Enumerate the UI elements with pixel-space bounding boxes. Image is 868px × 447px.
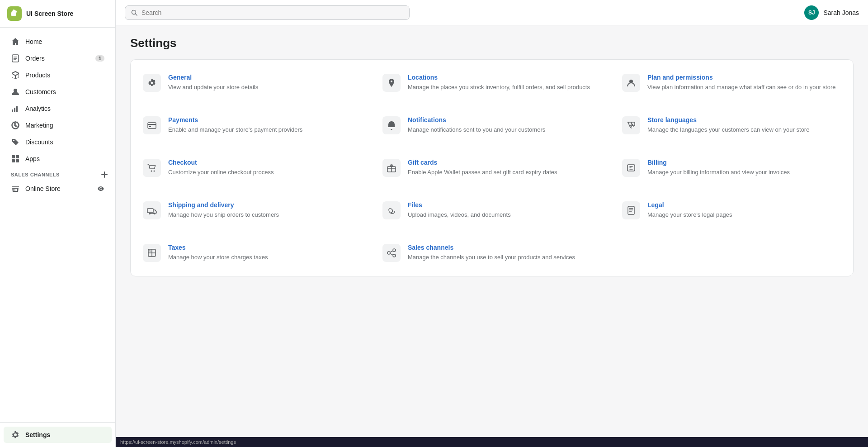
setting-card-legal[interactable]: Legal Manage your store's legal pages	[613, 190, 850, 231]
locations-icon	[382, 74, 401, 92]
setting-card-general[interactable]: General View and update your store detai…	[133, 62, 371, 103]
svg-point-37	[387, 252, 390, 254]
sidebar-item-orders-label: Orders	[25, 55, 45, 62]
setting-card-files[interactable]: Files Upload images, videos, and documen…	[373, 190, 611, 231]
svg-point-38	[393, 249, 396, 252]
analytics-icon	[11, 104, 20, 113]
taxes-icon: %	[143, 244, 161, 262]
sidebar-header: UI Screen Store	[0, 0, 115, 28]
add-sales-channel-icon[interactable]	[101, 171, 108, 178]
sidebar-item-apps[interactable]: Apps	[4, 151, 112, 167]
svg-rect-7	[16, 106, 18, 112]
files-icon	[382, 201, 401, 219]
sidebar-item-analytics-label: Analytics	[25, 105, 51, 112]
plan-permissions-title: Plan and permissions	[647, 74, 836, 81]
sidebar-item-settings-label: Settings	[25, 431, 50, 438]
search-icon	[131, 9, 138, 16]
svg-text:%: %	[149, 250, 151, 252]
sales-channels-icon	[382, 244, 401, 262]
setting-card-shipping[interactable]: Shipping and delivery Manage how you shi…	[133, 190, 371, 231]
online-store-icon	[11, 184, 20, 193]
svg-point-27	[154, 213, 156, 214]
discounts-icon	[11, 138, 20, 147]
search-input[interactable]	[142, 9, 404, 16]
legal-desc: Manage your store's legal pages	[647, 210, 732, 219]
sidebar-item-home-label: Home	[25, 38, 42, 45]
sidebar-item-discounts[interactable]: Discounts	[4, 134, 112, 150]
taxes-title: Taxes	[168, 244, 268, 251]
sidebar-item-online-store[interactable]: Online Store	[4, 181, 112, 197]
svg-point-19	[151, 171, 152, 172]
sales-channels-title: Sales channels	[408, 244, 575, 251]
legal-icon	[622, 201, 640, 219]
payments-title: Payments	[168, 116, 302, 124]
sidebar-item-orders[interactable]: Orders 1	[4, 50, 112, 67]
setting-card-payments[interactable]: Payments Enable and manage your store's …	[133, 105, 371, 146]
sales-channels-desc: Manage the channels you use to sell your…	[408, 253, 575, 262]
setting-card-taxes[interactable]: % Taxes Manage how your store charges ta…	[133, 233, 371, 273]
sidebar-item-home[interactable]: Home	[4, 33, 112, 50]
svg-line-41	[390, 254, 393, 255]
shopify-logo	[7, 6, 22, 21]
sidebar: UI Screen Store Home Orders 1 Products	[0, 0, 116, 447]
setting-card-billing[interactable]: Billing Manage your billing information …	[613, 147, 850, 188]
sidebar-item-discounts-label: Discounts	[25, 138, 53, 146]
marketing-icon	[11, 121, 20, 130]
sidebar-item-online-store-label: Online Store	[25, 185, 61, 192]
page-title: Settings	[130, 36, 854, 50]
svg-point-20	[154, 171, 155, 172]
payments-icon	[143, 116, 161, 134]
notifications-title: Notifications	[408, 116, 545, 124]
status-url: https://ui-screen-store.myshopify.com/ad…	[120, 439, 236, 445]
svg-rect-12	[12, 159, 15, 162]
sidebar-nav: Home Orders 1 Products Customers	[0, 28, 115, 422]
general-desc: View and update your store details	[168, 83, 258, 92]
svg-rect-17	[148, 123, 156, 128]
orders-badge: 1	[95, 55, 104, 62]
sidebar-item-products[interactable]: Products	[4, 67, 112, 83]
gift-cards-icon	[382, 159, 401, 177]
sidebar-item-settings[interactable]: Settings	[4, 427, 112, 443]
svg-rect-13	[16, 159, 19, 162]
checkout-icon	[143, 159, 161, 177]
checkout-title: Checkout	[168, 159, 274, 166]
online-store-eye-icon[interactable]	[97, 185, 104, 192]
apps-icon	[11, 154, 20, 163]
setting-card-store-languages[interactable]: Store languages Manage the languages you…	[613, 105, 850, 146]
files-desc: Upload images, videos, and documents	[408, 210, 511, 219]
settings-grid: General View and update your store detai…	[130, 59, 854, 276]
billing-desc: Manage your billing information and view…	[647, 168, 790, 177]
svg-rect-18	[149, 126, 151, 127]
gift-cards-desc: Enable Apple Wallet passes and set gift …	[408, 168, 557, 177]
store-languages-icon	[622, 116, 640, 134]
svg-rect-10	[12, 155, 15, 158]
setting-card-sales-channels[interactable]: Sales channels Manage the channels you u…	[373, 233, 611, 273]
general-icon	[143, 74, 161, 92]
notifications-icon	[382, 116, 401, 134]
shipping-icon	[143, 201, 161, 219]
settings-icon	[11, 430, 20, 439]
topbar: SJ Sarah Jonas	[116, 0, 868, 25]
shipping-desc: Manage how you ship orders to customers	[168, 210, 279, 219]
store-name-label: UI Screen Store	[26, 10, 73, 17]
setting-card-plan-permissions[interactable]: Plan and permissions View plan informati…	[613, 62, 850, 103]
products-icon	[11, 71, 20, 80]
sidebar-item-analytics[interactable]: Analytics	[4, 100, 112, 117]
sidebar-item-marketing[interactable]: Marketing	[4, 117, 112, 133]
sidebar-item-apps-label: Apps	[25, 155, 40, 162]
setting-card-locations[interactable]: Locations Manage the places you stock in…	[373, 62, 611, 103]
sidebar-item-products-label: Products	[25, 71, 50, 79]
setting-card-notifications[interactable]: Notifications Manage notifications sent …	[373, 105, 611, 146]
search-bar[interactable]	[125, 5, 410, 20]
locations-desc: Manage the places you stock inventory, f…	[408, 83, 590, 92]
setting-card-gift-cards[interactable]: Gift cards Enable Apple Wallet passes an…	[373, 147, 611, 188]
sales-channels-section-label: SALES CHANNELS	[0, 167, 115, 180]
sidebar-item-customers[interactable]: Customers	[4, 84, 112, 100]
setting-card-checkout[interactable]: Checkout Customize your online checkout …	[133, 147, 371, 188]
sidebar-item-marketing-label: Marketing	[25, 122, 53, 129]
store-languages-desc: Manage the languages your customers can …	[647, 125, 809, 134]
grid-spacer	[613, 233, 850, 273]
billing-title: Billing	[647, 159, 790, 166]
shipping-title: Shipping and delivery	[168, 201, 279, 209]
legal-title: Legal	[647, 201, 732, 209]
